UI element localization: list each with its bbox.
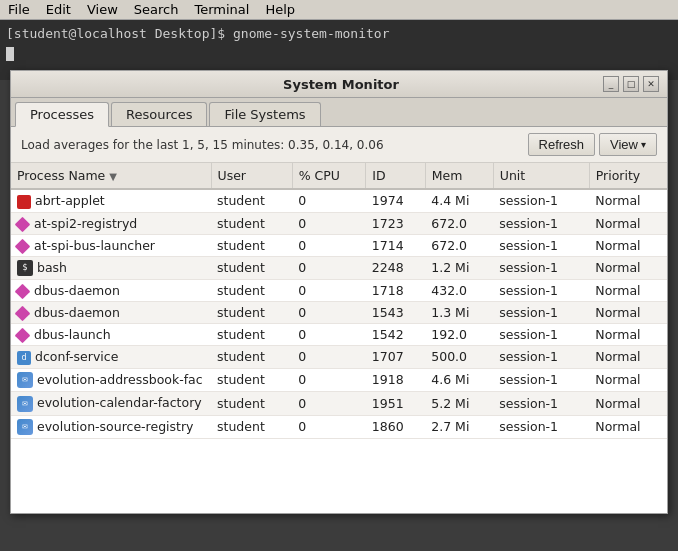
toolbar: Load averages for the last 1, 5, 15 minu… <box>11 127 667 163</box>
process-icon: ✉ <box>17 419 33 435</box>
cell-unit: session-1 <box>493 212 589 234</box>
table-row[interactable]: ✉evolution-source-registry student 0 186… <box>11 415 667 439</box>
cell-cpu: 0 <box>292 256 366 280</box>
cell-id: 1543 <box>366 302 425 324</box>
cell-cpu: 0 <box>292 324 366 346</box>
cell-process-name: ✉evolution-addressbook-fac <box>11 368 211 392</box>
cell-process-name: dbus-daemon <box>11 280 211 302</box>
cell-process-name: $bash <box>11 256 211 280</box>
col-process-name[interactable]: Process Name ▼ <box>11 163 211 189</box>
cell-id: 1918 <box>366 368 425 392</box>
table-row[interactable]: dbus-daemon student 0 1718 432.0 session… <box>11 280 667 302</box>
cell-id: 2248 <box>366 256 425 280</box>
cell-cpu: 0 <box>292 189 366 212</box>
window-titlebar: System Monitor _ □ ✕ <box>11 71 667 98</box>
col-cpu[interactable]: % CPU <box>292 163 366 189</box>
cell-user: student <box>211 212 292 234</box>
cell-unit: session-1 <box>493 256 589 280</box>
menu-search[interactable]: Search <box>134 2 179 17</box>
process-icon <box>15 238 31 254</box>
menu-help[interactable]: Help <box>265 2 295 17</box>
table-header: Process Name ▼ User % CPU ID Mem Unit Pr… <box>11 163 667 189</box>
cell-user: student <box>211 392 292 416</box>
cell-id: 1860 <box>366 415 425 439</box>
cell-user: student <box>211 256 292 280</box>
cell-process-name: ✉evolution-calendar-factory <box>11 392 211 416</box>
cell-id: 1718 <box>366 280 425 302</box>
cell-id: 1707 <box>366 346 425 369</box>
cell-priority: Normal <box>589 256 667 280</box>
tab-processes[interactable]: Processes <box>15 102 109 127</box>
refresh-button[interactable]: Refresh <box>528 133 596 156</box>
table-row[interactable]: dbus-daemon student 0 1543 1.3 Mi sessio… <box>11 302 667 324</box>
cell-cpu: 0 <box>292 212 366 234</box>
process-icon <box>15 306 31 322</box>
table-row[interactable]: abrt-applet student 0 1974 4.4 Mi sessio… <box>11 189 667 212</box>
table-row[interactable]: ✉evolution-calendar-factory student 0 19… <box>11 392 667 416</box>
table-row[interactable]: ddconf-service student 0 1707 500.0 sess… <box>11 346 667 369</box>
cell-cpu: 0 <box>292 280 366 302</box>
cell-unit: session-1 <box>493 280 589 302</box>
cell-mem: 4.4 Mi <box>425 189 493 212</box>
cell-mem: 4.6 Mi <box>425 368 493 392</box>
cell-mem: 5.2 Mi <box>425 392 493 416</box>
process-icon <box>15 216 31 232</box>
col-unit[interactable]: Unit <box>493 163 589 189</box>
cell-mem: 1.2 Mi <box>425 256 493 280</box>
cell-cpu: 0 <box>292 368 366 392</box>
table-row[interactable]: dbus-launch student 0 1542 192.0 session… <box>11 324 667 346</box>
col-user[interactable]: User <box>211 163 292 189</box>
system-monitor-window: System Monitor _ □ ✕ Processes Resources… <box>10 70 668 514</box>
cell-mem: 192.0 <box>425 324 493 346</box>
cell-id: 1951 <box>366 392 425 416</box>
cell-priority: Normal <box>589 392 667 416</box>
table-row[interactable]: at-spi-bus-launcher student 0 1714 672.0… <box>11 234 667 256</box>
cell-unit: session-1 <box>493 234 589 256</box>
cell-process-name: at-spi-bus-launcher <box>11 234 211 256</box>
cell-mem: 672.0 <box>425 234 493 256</box>
cell-mem: 1.3 Mi <box>425 302 493 324</box>
cell-mem: 500.0 <box>425 346 493 369</box>
load-averages-text: Load averages for the last 1, 5, 15 minu… <box>21 138 384 152</box>
table-row[interactable]: at-spi2-registryd student 0 1723 672.0 s… <box>11 212 667 234</box>
process-icon: ✉ <box>17 372 33 388</box>
cell-unit: session-1 <box>493 392 589 416</box>
cell-user: student <box>211 324 292 346</box>
tab-resources[interactable]: Resources <box>111 102 207 126</box>
chevron-down-icon: ▾ <box>641 139 646 150</box>
tabs-bar: Processes Resources File Systems <box>11 98 667 127</box>
cell-unit: session-1 <box>493 324 589 346</box>
process-icon <box>17 195 31 209</box>
menu-edit[interactable]: Edit <box>46 2 71 17</box>
cell-priority: Normal <box>589 212 667 234</box>
table-row[interactable]: ✉evolution-addressbook-fac student 0 191… <box>11 368 667 392</box>
window-controls: _ □ ✕ <box>603 76 659 92</box>
sort-arrow-icon: ▼ <box>109 171 117 182</box>
cell-priority: Normal <box>589 302 667 324</box>
maximize-button[interactable]: □ <box>623 76 639 92</box>
view-label: View <box>610 137 638 152</box>
process-list: abrt-applet student 0 1974 4.4 Mi sessio… <box>11 189 667 439</box>
view-button[interactable]: View ▾ <box>599 133 657 156</box>
col-id[interactable]: ID <box>366 163 425 189</box>
col-mem[interactable]: Mem <box>425 163 493 189</box>
cell-process-name: ddconf-service <box>11 346 211 369</box>
cell-cpu: 0 <box>292 415 366 439</box>
cell-priority: Normal <box>589 415 667 439</box>
col-priority[interactable]: Priority <box>589 163 667 189</box>
cell-id: 1974 <box>366 189 425 212</box>
cell-unit: session-1 <box>493 189 589 212</box>
cell-priority: Normal <box>589 234 667 256</box>
cell-unit: session-1 <box>493 302 589 324</box>
menu-terminal[interactable]: Terminal <box>194 2 249 17</box>
menu-file[interactable]: File <box>8 2 30 17</box>
menu-view[interactable]: View <box>87 2 118 17</box>
cell-id: 1714 <box>366 234 425 256</box>
table-row[interactable]: $bash student 0 2248 1.2 Mi session-1 No… <box>11 256 667 280</box>
cell-priority: Normal <box>589 368 667 392</box>
cell-cpu: 0 <box>292 346 366 369</box>
cell-user: student <box>211 346 292 369</box>
minimize-button[interactable]: _ <box>603 76 619 92</box>
tab-file-systems[interactable]: File Systems <box>209 102 320 126</box>
close-button[interactable]: ✕ <box>643 76 659 92</box>
